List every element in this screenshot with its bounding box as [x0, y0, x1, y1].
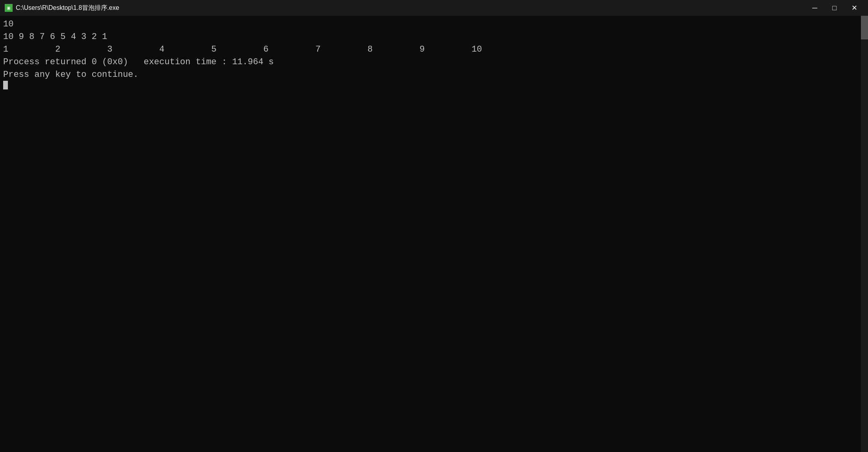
app-icon-symbol: ▣: [7, 5, 10, 11]
scrollbar-thumb[interactable]: [861, 16, 868, 39]
window-title: C:\Users\R\Desktop\1.8冒泡排序.exe: [16, 4, 119, 12]
console-window: ▣ C:\Users\R\Desktop\1.8冒泡排序.exe ─ □ ✕ 1…: [0, 0, 868, 452]
text-cursor: [3, 81, 8, 89]
window-controls: ─ □ ✕: [806, 2, 863, 14]
scrollbar[interactable]: [861, 16, 868, 452]
app-icon: ▣: [5, 4, 13, 12]
title-bar-left: ▣ C:\Users\R\Desktop\1.8冒泡排序.exe: [5, 4, 119, 12]
minimize-button[interactable]: ─: [806, 2, 824, 14]
maximize-button[interactable]: □: [825, 2, 844, 14]
console-line-4: Process returned 0 (0x0) execution time …: [3, 56, 865, 69]
console-line-1: 10: [3, 18, 865, 31]
close-button[interactable]: ✕: [845, 2, 863, 14]
console-line-2: 10 9 8 7 6 5 4 3 2 1: [3, 31, 865, 43]
cursor-line: [3, 81, 865, 89]
console-line-5: Press any key to continue.: [3, 69, 865, 81]
title-bar: ▣ C:\Users\R\Desktop\1.8冒泡排序.exe ─ □ ✕: [0, 0, 868, 16]
console-line-3: 1 2 3 4 5 6 7 8 9 10: [3, 43, 865, 56]
console-output: 10 10 9 8 7 6 5 4 3 2 1 1 2 3 4 5 6 7 8 …: [0, 16, 868, 452]
